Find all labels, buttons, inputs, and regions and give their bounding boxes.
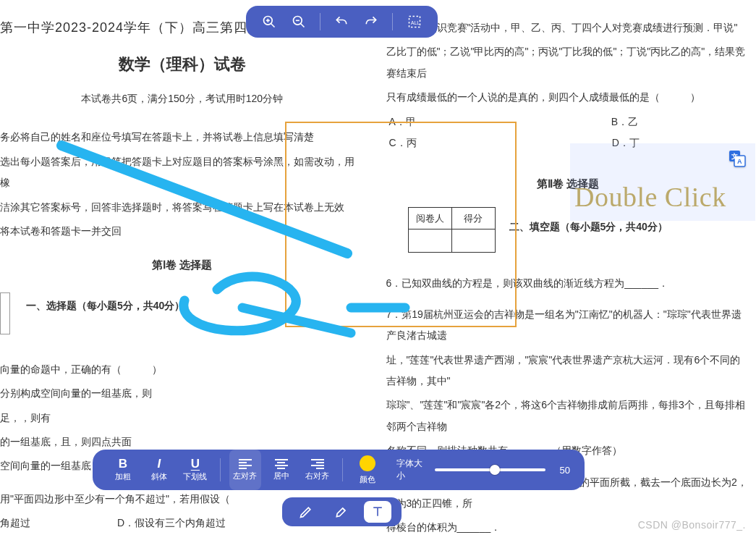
instr-2: 选出每小题答案后，用铅笔把答题卡上对应题目的答案标号涂黑，如需改动，用橡 bbox=[0, 151, 365, 194]
optB: B．乙 bbox=[611, 111, 638, 132]
optD: D．丁 bbox=[612, 132, 640, 153]
rp3: 只有成绩最低的一个人说的是真的，则四个人成绩最低的是（ ） bbox=[386, 87, 751, 108]
section1-title: 第Ⅰ卷 选择题 bbox=[0, 253, 365, 277]
svg-line-9 bbox=[300, 24, 304, 28]
slider-thumb[interactable] bbox=[490, 465, 500, 475]
rq7a: 7．第19届杭州亚运会的吉祥物是一组名为"江南忆"的机器人："琮琮"代表世界遗产… bbox=[386, 304, 751, 347]
lq6c: D．假设有三个内角超过 bbox=[117, 513, 226, 534]
lq3: 足，，则有 bbox=[0, 408, 365, 429]
translate-icon[interactable]: 文 A bbox=[729, 150, 746, 169]
redo-icon[interactable] bbox=[363, 14, 379, 30]
section1-heading: 一、选择题（每小题5分，共40分） bbox=[26, 295, 184, 316]
rq7c: 琮琮"、"莲莲"和"宸宸"各2个，将这6个吉祥物排成前后两排，每排3个，且每排相… bbox=[386, 395, 751, 437]
optA: A．甲 bbox=[389, 111, 416, 132]
score-label: 得分 bbox=[451, 207, 495, 229]
undo-icon[interactable] bbox=[334, 14, 349, 30]
italic-label: 斜体 bbox=[151, 471, 167, 482]
italic-button[interactable]: I 斜体 bbox=[143, 450, 175, 490]
score-table-1: 阅卷人得分 bbox=[408, 207, 496, 253]
reader-label: 阅卷人 bbox=[408, 207, 451, 229]
top-toolbar: ALL bbox=[246, 6, 438, 38]
align-left-button[interactable]: 左对齐 bbox=[229, 450, 261, 490]
alignl-label: 左对齐 bbox=[233, 471, 257, 481]
fontsize-value: 50 bbox=[560, 465, 570, 476]
lq2: 分别构成空间向量的一组基底，则 bbox=[0, 383, 365, 404]
color-button[interactable]: 颜色 bbox=[352, 450, 383, 490]
instr-3: 洁涂其它答案标号，回答非选择题时，将答案写在答题卡上写在本试卷上无效 bbox=[0, 197, 365, 218]
doc-subtitle: 数学（理科）试卷 bbox=[0, 48, 365, 81]
svg-text:ALL: ALL bbox=[411, 20, 420, 25]
alignr-label: 右对齐 bbox=[305, 471, 329, 481]
fontsize-label: 字体大小 bbox=[396, 458, 428, 482]
highlighter-tool[interactable] bbox=[328, 501, 355, 523]
doc-info: 本试卷共6页，满分150分，考试用时120分钟 bbox=[0, 88, 365, 109]
color-dot bbox=[360, 455, 375, 471]
underline-label: 下划线 bbox=[183, 471, 207, 482]
bold-label: 加粗 bbox=[115, 471, 131, 482]
fontsize-slider[interactable] bbox=[435, 468, 545, 471]
zoom-in-icon[interactable] bbox=[261, 14, 277, 30]
pen-tool[interactable] bbox=[292, 501, 320, 523]
underline-button[interactable]: U 下划线 bbox=[179, 450, 211, 490]
bold-button[interactable]: B 加粗 bbox=[107, 450, 139, 490]
select-all-icon[interactable]: ALL bbox=[407, 14, 422, 30]
text-tool[interactable] bbox=[364, 501, 391, 523]
margin-box bbox=[0, 292, 10, 334]
align-center-button[interactable]: 居中 bbox=[266, 450, 297, 490]
svg-text:A: A bbox=[737, 158, 742, 165]
lq1: 向量的命题中，正确的有（ ） bbox=[0, 359, 365, 380]
instr-1: 务必将自己的姓名和座位号填写在答题卡上，并将试卷上信息填写清楚 bbox=[0, 127, 365, 148]
tool-picker bbox=[282, 497, 402, 526]
fill-head: 二、填空题（每小题5分，共40分） bbox=[509, 216, 757, 237]
section2-title: 第Ⅱ卷 选择题 bbox=[386, 172, 751, 195]
rp1: 京冬奥会知识竞赛"活动中，甲、乙、丙、丁四个人对竞赛成绩进行预测．甲说" bbox=[386, 17, 751, 38]
lq6b: 角超过 bbox=[0, 513, 30, 534]
align-right-button[interactable]: 右对齐 bbox=[302, 450, 334, 490]
watermark: CSDN @Bonsoir777_. bbox=[638, 519, 746, 531]
rq7b: 址，"莲莲"代表世界遗产西湖，"宸宸"代表世界遗产京杭大运河．现有6个不同的吉祥… bbox=[386, 350, 751, 392]
rp2: 乙比丁的低"；乙说"甲比丙的高"；丙说"丁比我的低"；丁说"丙比乙的高"，结果竞… bbox=[386, 41, 751, 84]
color-label: 颜色 bbox=[360, 474, 375, 485]
format-toolbar: B 加粗 I 斜体 U 下划线 左对齐 居中 右对齐 颜色 字体大小 50 bbox=[93, 450, 585, 490]
rq6: 6．已知双曲线的方程是，则该双曲线的渐近线方程为______． bbox=[386, 273, 751, 294]
zoom-out-icon[interactable] bbox=[291, 14, 307, 30]
instr-4: 将本试卷和答题卡一并交回 bbox=[0, 221, 365, 242]
alignc-label: 居中 bbox=[273, 471, 289, 481]
svg-line-5 bbox=[271, 24, 275, 28]
optC: C．丙 bbox=[389, 132, 417, 153]
